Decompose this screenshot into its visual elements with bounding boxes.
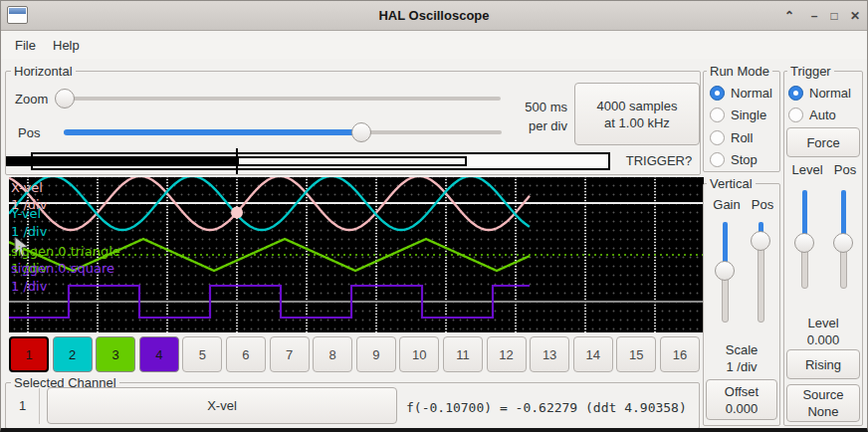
shade-icon[interactable]: ⌃ [780,7,798,25]
trigger-level-value: 0.000 [787,332,859,347]
trigger-source-line1: Source [802,386,843,403]
channel-button-8[interactable]: 8 [313,336,352,372]
channel-button-2[interactable]: 2 [53,336,93,372]
run-mode-label: Run Mode [707,64,772,79]
radio-label: Auto [809,108,836,122]
channel-button-14[interactable]: 14 [573,336,613,372]
scope-channel-label: 1 /div [11,280,47,293]
zoom-label: Zoom [15,92,48,107]
samples-line1: 4000 samples [597,98,678,114]
samples-line2: at 1.00 kHz [604,114,670,131]
scope-channel-label: 1 /div [11,225,47,238]
radio-selected-icon[interactable] [710,86,725,101]
vertical-offset-button[interactable]: Offset 0.000 [706,379,777,420]
radio-selected-icon[interactable] [788,86,803,101]
channel-button-16[interactable]: 16 [660,336,700,372]
vertical-gain-handle[interactable] [715,261,735,281]
menubar: File Help [1,31,867,59]
pos-label: Pos [18,125,40,140]
channel-name-label: X-vel [207,397,237,414]
menu-help[interactable]: Help [47,35,86,56]
vertical-offset-line2: 0.000 [726,400,759,417]
vertical-pos-handle[interactable] [751,231,770,251]
channel-readout: f(-0.10700) = -0.62279 (ddt 4.90358) [406,400,687,415]
scope-channel-label: Y-vel [11,207,41,220]
trigger-edge-button[interactable]: Rising [786,349,860,379]
channel-button-6[interactable]: 6 [226,336,266,372]
trigger-pos-slider-label: Pos [831,162,859,177]
channel-button-5[interactable]: 5 [182,336,222,372]
vertical-pos-groove[interactable] [758,241,764,323]
pos-slider-fill [64,129,356,135]
record-bar-filled [6,156,237,166]
force-button-label: Force [806,134,839,151]
channel-button-4[interactable]: 4 [139,336,179,372]
radio-label: Single [731,108,766,122]
radio-label: Normal [731,86,772,101]
trigger-source-line2: None [807,403,838,420]
vertical-gain-label: Gain [708,197,746,212]
horizontal-group-label: Horizontal [11,64,76,79]
selected-channel-separator [39,388,40,424]
window-title: HAL Oscilloscope [1,8,867,23]
channel-button-10[interactable]: 10 [399,336,439,372]
close-icon[interactable]: ✕ [846,7,864,25]
channel-button-11[interactable]: 11 [443,336,483,372]
zoom-slider-track[interactable] [59,97,501,101]
channel-name-button[interactable]: X-vel [47,387,397,424]
vertical-scale-value: 1 /div [706,359,777,374]
selected-channel-number: 1 [19,398,26,413]
rate-line1: 500 ms [504,100,567,114]
radio-label: Normal [809,86,851,101]
trigger-source-button[interactable]: Source None [786,384,860,422]
record-trigger-tick [236,148,238,174]
trigger-level-handle[interactable] [794,233,814,253]
scope-display[interactable]: X-vel1 /divY-vel1 /divsiggen.0.triangle1… [9,177,704,332]
vertical-group-label: Vertical [707,176,756,191]
titlebar: HAL Oscilloscope ⌃ – □ ✕ [1,1,867,31]
channel-button-13[interactable]: 13 [530,336,569,372]
maximize-icon[interactable]: □ [825,7,843,25]
minimize-icon[interactable]: – [805,7,823,25]
scope-channel-label: siggen.0.square [11,262,114,275]
force-button[interactable]: Force [786,127,860,157]
menu-file[interactable]: File [9,35,42,56]
trigger-level-slider-label: Level [787,162,827,177]
channel-button-row: 12345678910111213141516 [9,336,704,372]
channel-button-1[interactable]: 1 [9,336,49,372]
window: HAL Oscilloscope ⌃ – □ ✕ File Help Horiz… [0,0,868,432]
trigger-group-label: Trigger [787,64,834,79]
channel-button-3[interactable]: 3 [96,336,135,372]
scope-channel-label: X-vel [11,181,43,194]
trigger-pos-handle[interactable] [833,233,853,253]
radio-icon[interactable] [710,130,725,145]
channel-button-9[interactable]: 9 [356,336,396,372]
trigger-level-caption: Level [787,316,859,330]
channel-button-7[interactable]: 7 [270,336,310,372]
radio-label: Stop [731,152,758,167]
scope-channel-label: siggen.0.triangle [11,245,120,258]
channel-button-15[interactable]: 15 [616,336,656,372]
samples-button[interactable]: 4000 samples at 1.00 kHz [574,83,700,145]
trigger-edge-label: Rising [805,356,841,373]
vertical-scale-caption: Scale [706,342,777,357]
vertical-pos-label: Pos [749,197,776,212]
radio-label: Roll [731,130,753,145]
channel-button-12[interactable]: 12 [487,336,527,372]
pos-slider-handle[interactable] [351,122,371,142]
record-bar-pending [237,156,467,166]
trigger-question-label: TRIGGER? [618,153,700,168]
vertical-offset-line1: Offset [725,383,759,400]
rate-line2: per div [504,118,567,133]
zoom-slider-handle[interactable] [55,89,75,108]
